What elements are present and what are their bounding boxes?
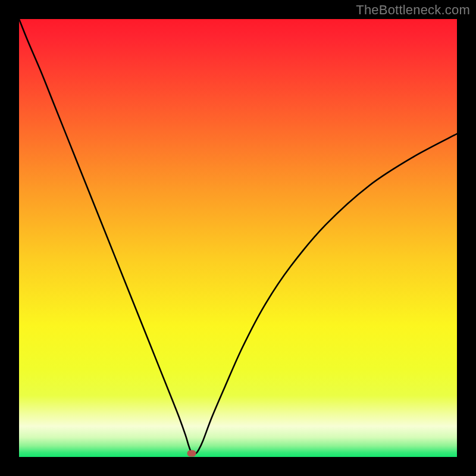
optimal-point-marker: [187, 450, 196, 457]
chart-frame: TheBottleneck.com: [0, 0, 476, 476]
watermark-text: TheBottleneck.com: [356, 2, 470, 18]
plot-area: [19, 19, 457, 457]
bottleneck-curve: [19, 19, 457, 457]
